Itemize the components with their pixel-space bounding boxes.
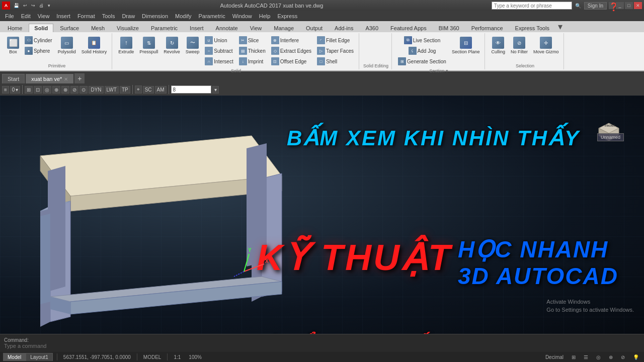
scale-indicator[interactable]: 1:1	[172, 354, 183, 360]
maximize-button[interactable]: □	[625, 2, 633, 9]
help-icon[interactable]: ❓	[609, 2, 614, 9]
search-input[interactable]	[492, 2, 572, 10]
sb-btn5[interactable]: ⊘	[619, 354, 627, 360]
btn-movegizmo[interactable]: ✛ Move Gizmo	[531, 35, 561, 56]
btn-presspull[interactable]: ⇅ Presspull	[137, 35, 160, 56]
btn-cylinder[interactable]: ⬭ Cylinder	[23, 35, 54, 45]
btn-thicken[interactable]: ▤ Thicken	[237, 46, 268, 56]
tb2-osnap-btn[interactable]: ⊕	[52, 86, 60, 94]
btn-union[interactable]: ∪ Union	[203, 35, 235, 45]
menu-view[interactable]: View	[35, 13, 53, 20]
tb2-qp-btn[interactable]: ⌖	[135, 85, 142, 94]
qa-print[interactable]: 🖨	[38, 3, 45, 9]
command-input[interactable]	[4, 343, 155, 349]
menu-dimension[interactable]: Dimension	[139, 13, 171, 20]
btn-interfere[interactable]: ⊕ Interfere	[269, 35, 313, 45]
menu-draw[interactable]: Draw	[119, 13, 138, 20]
tab-addins[interactable]: Add-ins	[329, 24, 359, 32]
tab-output[interactable]: Output	[300, 24, 328, 32]
sb-btn2[interactable]: ☰	[582, 354, 590, 360]
minimize-button[interactable]: _	[616, 2, 624, 9]
doctab-drawing[interactable]: xuat ban ve* ✕	[26, 74, 73, 83]
btn-sphere[interactable]: ● Sphere	[23, 46, 54, 56]
btn-shell[interactable]: □ Shell	[315, 56, 356, 66]
qa-undo[interactable]: ↩	[22, 3, 29, 9]
menu-tools[interactable]: Tools	[99, 13, 118, 20]
sb-btn4[interactable]: ⊕	[607, 354, 615, 360]
btn-taperfaces[interactable]: ▷ Taper Faces	[315, 46, 356, 56]
tb2-lineweight-btn[interactable]: LWT	[105, 86, 119, 94]
close-button[interactable]: ✕	[634, 2, 642, 9]
menu-format[interactable]: Format	[74, 13, 98, 20]
tab-parametric[interactable]: Parametric	[145, 24, 183, 32]
tab-express[interactable]: Express Tools	[510, 24, 555, 32]
btn-extrude[interactable]: ↑ Extrude	[116, 35, 136, 56]
btn-box[interactable]: ⬜ Box	[5, 35, 21, 56]
tb2-otrack-btn[interactable]: ⊘	[70, 86, 78, 94]
menu-file[interactable]: File	[2, 13, 17, 20]
tab-mesh[interactable]: Mesh	[86, 24, 110, 32]
tb2-dyn-btn[interactable]: DYN	[89, 86, 103, 94]
menu-help[interactable]: Help	[256, 13, 274, 20]
btn-extractedges[interactable]: ◇ Extract Edges	[269, 46, 313, 56]
btn-slice[interactable]: ✂ Slice	[237, 35, 268, 45]
ribbon-collapse-btn[interactable]: ▾	[558, 21, 562, 32]
tab-insert[interactable]: Insert	[184, 24, 209, 32]
tab-a360[interactable]: A360	[360, 24, 384, 32]
sb-btn3[interactable]: ◎	[594, 354, 603, 360]
tb2-trans-btn[interactable]: TP	[120, 86, 130, 94]
tab-home[interactable]: Home	[2, 24, 28, 32]
btn-culling[interactable]: 👁 Culling	[489, 35, 507, 56]
btn-imprint[interactable]: ↓ Imprint	[237, 56, 268, 66]
model-tab[interactable]: Model	[3, 353, 26, 361]
tb2-layer-dropdown[interactable]: 0 ▾	[10, 86, 21, 94]
doctab-add[interactable]: +	[74, 73, 85, 83]
btn-subtract[interactable]: − Subtract	[203, 46, 235, 56]
btn-offsetedge[interactable]: ⊡ Offset Edge	[269, 56, 313, 66]
btn-nofilter[interactable]: ⊘ No Filter	[509, 35, 530, 56]
tb2-lw-dropdown[interactable]: ▾	[212, 86, 219, 94]
btn-intersect[interactable]: ∩ Intersect	[203, 56, 235, 66]
tb2-sc-btn[interactable]: SC	[143, 86, 154, 94]
sb-isolate[interactable]: 💡	[631, 354, 641, 360]
doctab-start[interactable]: Start	[2, 74, 25, 83]
model-indicator[interactable]: MODEL	[141, 354, 164, 360]
tab-manage[interactable]: Manage	[268, 24, 299, 32]
layout1-tab[interactable]: Layout1	[26, 353, 53, 361]
tb2-ortho-btn[interactable]: ⊡	[34, 86, 42, 94]
menu-edit[interactable]: Edit	[18, 13, 34, 20]
btn-polysolid[interactable]: ▭ Polysolid	[56, 35, 78, 56]
lineweight-input[interactable]	[171, 85, 211, 94]
tab-annotate[interactable]: Annotate	[210, 24, 244, 32]
menu-express[interactable]: Express	[274, 13, 300, 20]
qa-save[interactable]: 💾	[12, 3, 21, 9]
btn-revolve[interactable]: ↻ Revolve	[162, 35, 182, 56]
signin-button[interactable]: Sign In	[584, 2, 607, 10]
viewcube[interactable]: FRONT	[594, 116, 624, 146]
btn-solidhistory[interactable]: 📋 Solid History	[79, 35, 109, 56]
qa-redo[interactable]: ↪	[30, 3, 37, 9]
tab-solid[interactable]: Solid	[29, 24, 53, 32]
menu-window[interactable]: Window	[229, 13, 255, 20]
tb2-am-btn[interactable]: AM	[155, 86, 167, 94]
tb2-layers-btn[interactable]: ≡	[2, 86, 9, 94]
btn-filletedge[interactable]: ◜ Fillet Edge	[315, 35, 356, 45]
tab-bim360[interactable]: BIM 360	[433, 24, 465, 32]
menu-modify[interactable]: Modify	[172, 13, 194, 20]
btn-addjog[interactable]: ⤹ Add Jog	[407, 46, 438, 56]
tb2-3dosnap-btn[interactable]: ⊗	[61, 86, 69, 94]
doctab-close[interactable]: ✕	[64, 76, 68, 82]
sb-btn1[interactable]: ⊞	[570, 354, 578, 360]
tab-surface[interactable]: Surface	[54, 24, 85, 32]
tab-view[interactable]: View	[245, 24, 268, 32]
tab-performance[interactable]: Performance	[466, 24, 509, 32]
tab-featured[interactable]: Featured Apps	[385, 24, 432, 32]
btn-generatesection[interactable]: ⊞ Generate Section	[396, 56, 448, 66]
btn-sweep[interactable]: 〜 Sweep	[184, 35, 202, 56]
menu-parametric[interactable]: Parametric	[195, 13, 228, 20]
tb2-polar-btn[interactable]: ◎	[43, 86, 51, 94]
tab-visualize[interactable]: Visualize	[111, 24, 144, 32]
qa-more[interactable]: ▾	[46, 3, 52, 9]
tb2-snap-btn[interactable]: ⊞	[25, 86, 33, 94]
menu-insert[interactable]: Insert	[53, 13, 73, 20]
